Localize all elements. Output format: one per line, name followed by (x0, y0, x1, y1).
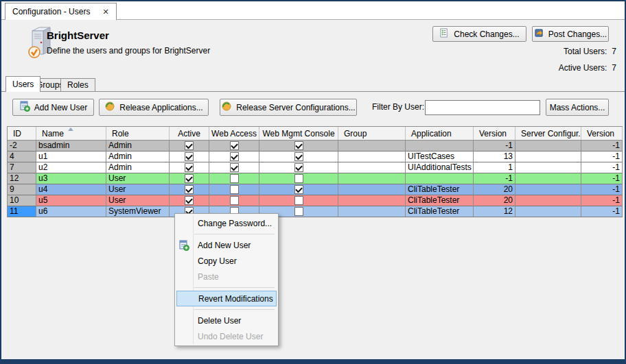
cell-server-version[interactable]: -1 (581, 195, 623, 206)
cell-web-access[interactable] (209, 184, 259, 195)
cell-application[interactable]: CliTableTester (406, 184, 474, 195)
cell-version[interactable]: 20 (474, 184, 515, 195)
web-access-checkbox[interactable] (230, 163, 239, 172)
cell-version[interactable]: 1 (474, 162, 515, 173)
cell-server-version[interactable]: -1 (581, 151, 623, 162)
web-mgmt-console-checkbox[interactable] (294, 196, 303, 205)
cell-server-configuration[interactable] (515, 162, 581, 173)
active-checkbox[interactable] (185, 185, 194, 194)
cell-server-configuration[interactable] (515, 173, 581, 184)
web-mgmt-console-checkbox[interactable] (294, 152, 303, 161)
column-header-id[interactable]: ID (8, 127, 36, 140)
cell-id[interactable]: 9 (8, 184, 36, 195)
cell-active[interactable] (170, 151, 209, 162)
table-row[interactable]: 4 u1 Admin UITestCases 13 -1 (8, 151, 623, 162)
table-row[interactable]: -2 bsadmin Admin -1 -1 (8, 141, 623, 151)
cell-application[interactable] (406, 173, 474, 184)
cell-id[interactable]: 4 (8, 151, 36, 162)
release-applications-button[interactable]: Release Applications... (99, 99, 209, 116)
cell-server-version[interactable]: -1 (581, 206, 623, 217)
cell-application[interactable] (406, 141, 474, 151)
cell-name[interactable]: u1 (36, 151, 106, 162)
column-header-group[interactable]: Group (338, 127, 406, 140)
cell-name[interactable]: u2 (36, 162, 106, 173)
cell-server-configuration[interactable] (515, 151, 581, 162)
cell-server-version[interactable]: -1 (581, 162, 623, 173)
sort-ascending-icon[interactable] (68, 128, 73, 131)
cell-role[interactable]: User (106, 184, 170, 195)
cell-web-mgmt-console[interactable] (259, 195, 338, 206)
table-row-selected[interactable]: 11 u6 SystemViewer CliTableTester 12 -1 (8, 206, 623, 217)
cell-version[interactable]: 13 (474, 151, 515, 162)
cell-version[interactable]: -1 (474, 141, 515, 151)
cell-role[interactable]: Admin (106, 141, 170, 151)
cell-active[interactable] (170, 173, 209, 184)
check-changes-button[interactable]: Check Changes... (432, 26, 526, 42)
menu-item-copy-user[interactable]: Copy User (175, 253, 278, 269)
cell-group[interactable] (338, 184, 406, 195)
cell-server-configuration[interactable] (515, 141, 581, 151)
cell-name[interactable]: u4 (36, 184, 106, 195)
cell-id[interactable]: 11 (8, 206, 36, 217)
cell-web-mgmt-console[interactable] (259, 184, 338, 195)
web-mgmt-console-checkbox[interactable] (294, 163, 303, 172)
cell-role[interactable]: Admin (106, 151, 170, 162)
cell-version[interactable]: 20 (474, 195, 515, 206)
column-header-role[interactable]: Role (106, 127, 170, 140)
post-changes-button[interactable]: Post Changes... (532, 26, 609, 42)
cell-web-mgmt-console[interactable] (259, 141, 338, 151)
mass-actions-button[interactable]: Mass Actions... (546, 99, 609, 116)
cell-active[interactable] (170, 195, 209, 206)
active-checkbox[interactable] (185, 152, 194, 161)
cell-group[interactable] (338, 206, 406, 217)
cell-name[interactable]: u6 (36, 206, 106, 217)
cell-web-access[interactable] (209, 151, 259, 162)
active-checkbox[interactable] (185, 196, 194, 205)
cell-server-version[interactable]: -1 (581, 184, 623, 195)
web-access-checkbox[interactable] (230, 185, 239, 194)
tab-users[interactable]: Users (5, 76, 40, 92)
menu-item-delete-user[interactable]: Delete User (175, 313, 278, 328)
web-access-checkbox[interactable] (230, 174, 239, 183)
table-row[interactable]: 7 u2 Admin UIAdditionalTests 1 -1 (8, 162, 623, 173)
cell-web-mgmt-console[interactable] (259, 151, 338, 162)
cell-server-configuration[interactable] (515, 206, 581, 217)
cell-name[interactable]: u5 (36, 195, 106, 206)
cell-application[interactable]: CliTableTester (406, 206, 474, 217)
cell-id[interactable]: 10 (8, 195, 36, 206)
menu-item-revert-modifications[interactable]: Revert Modifications (176, 291, 277, 306)
web-access-checkbox[interactable] (230, 196, 239, 205)
tab-roles[interactable]: Roles (60, 78, 95, 92)
active-checkbox[interactable] (185, 163, 194, 172)
filter-by-user-input[interactable] (425, 100, 540, 115)
cell-web-access[interactable] (209, 173, 259, 184)
web-mgmt-console-checkbox[interactable] (294, 141, 303, 150)
table-row[interactable]: 10 u5 User CliTableTester 20 -1 (8, 195, 623, 206)
column-header-application[interactable]: Application (406, 127, 474, 140)
cell-version[interactable]: 12 (474, 206, 515, 217)
cell-name[interactable]: u3 (36, 173, 106, 184)
active-checkbox[interactable] (185, 174, 194, 183)
column-header-web-mgmt-console[interactable]: Web Mgmt Console (259, 127, 338, 140)
menu-item-add-new-user[interactable]: Add New User (175, 237, 278, 253)
cell-web-access[interactable] (209, 162, 259, 173)
cell-web-access[interactable] (209, 195, 259, 206)
cell-application[interactable]: UIAdditionalTests (406, 162, 474, 173)
cell-version[interactable]: -1 (474, 173, 515, 184)
cell-server-configuration[interactable] (515, 184, 581, 195)
cell-web-mgmt-console[interactable] (259, 162, 338, 173)
close-icon[interactable]: ✕ (102, 8, 108, 16)
cell-role[interactable]: User (106, 173, 170, 184)
cell-application[interactable]: CliTableTester (406, 195, 474, 206)
cell-role[interactable]: Admin (106, 162, 170, 173)
web-mgmt-console-checkbox[interactable] (294, 185, 303, 194)
cell-id[interactable]: -2 (8, 141, 36, 151)
web-access-checkbox[interactable] (230, 141, 239, 150)
table-row[interactable]: 12 u3 User -1 -1 (8, 173, 623, 184)
cell-web-access[interactable] (209, 141, 259, 151)
cell-group[interactable] (338, 195, 406, 206)
cell-application[interactable]: UITestCases (406, 151, 474, 162)
cell-group[interactable] (338, 141, 406, 151)
cell-server-version[interactable]: -1 (581, 141, 623, 151)
release-server-configurations-button[interactable]: Release Server Configurations... (220, 99, 357, 116)
